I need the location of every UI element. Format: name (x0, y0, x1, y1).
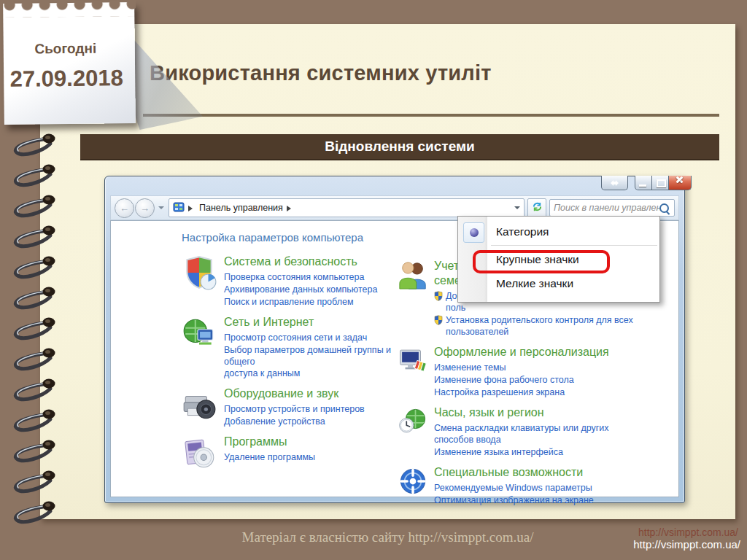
slide-title: Використання системних утиліт (150, 61, 492, 85)
category-body: Система и безопасностьПроверка состояния… (224, 254, 400, 308)
uac-shield-icon (434, 291, 443, 301)
date-value: 27.09.2018 (4, 65, 129, 93)
presentation-slide: Сьогодні 27.09.2018 Використання системн… (0, 0, 747, 560)
watermark-red: http://vsimppt.com.ua/ (638, 526, 738, 538)
footer-credit: Матеріал є власністю сайту http://vsimpp… (40, 529, 735, 545)
task-link[interactable]: Поиск и исправление проблем (224, 296, 400, 308)
task-link-label: Настройка разрешения экрана (434, 386, 565, 398)
back-button[interactable]: ← (115, 198, 134, 218)
breadcrumb-arrow-icon[interactable] (287, 206, 294, 211)
category-title-link[interactable]: Часы, язык и регион (434, 405, 651, 420)
radio-selected-icon (470, 228, 479, 237)
address-bar[interactable]: Панель управления (169, 198, 525, 217)
breadcrumb-arrow-icon[interactable] (188, 206, 196, 211)
caption-buttons (635, 176, 692, 190)
today-label: Сьогодні (4, 40, 128, 58)
security-shield-icon (180, 254, 218, 291)
resize-horizontal-button[interactable] (601, 176, 628, 190)
clock-region-icon (398, 405, 428, 438)
task-link[interactable]: Проверка состояния компьютера (224, 271, 400, 283)
task-link-label: Просмотр устройств и принтеров (224, 403, 365, 415)
control-panel-icon (173, 201, 185, 215)
task-link[interactable]: Просмотр состояния сети и задач (224, 332, 400, 343)
personalization-display-icon (398, 345, 428, 377)
section-banner: Відновлення системи (80, 134, 719, 160)
task-link-label: Просмотр состояния сети и задач (224, 332, 367, 343)
red-highlight-annotation (473, 250, 610, 273)
category-body: Часы, язык и регионСмена раскладки клави… (434, 405, 651, 459)
minimize-button[interactable] (635, 176, 652, 190)
task-link[interactable]: Добавление устройства (224, 416, 400, 427)
category-personalization-display: Оформление и персонализацияИзменение тем… (398, 345, 651, 399)
task-link[interactable]: Установка родительского контроля для все… (434, 314, 651, 338)
task-link-label: Проверка состояния компьютера (224, 271, 364, 283)
task-link[interactable]: Просмотр устройств и принтеров (224, 403, 400, 415)
task-link[interactable]: Изменение фона рабочего стола (434, 374, 651, 386)
task-link-label: Оптимизация изображения на экране (434, 494, 594, 506)
recent-pages-chevron-icon[interactable] (158, 206, 164, 212)
task-link[interactable]: Изменение языка интерфейса (434, 446, 651, 458)
refresh-button[interactable] (527, 198, 546, 217)
date-note: Сьогодні 27.09.2018 (3, 2, 136, 125)
menu-separator (491, 245, 657, 246)
uac-shield-icon (434, 315, 443, 325)
category-network-globe: Сеть и ИнтернетПросмотр состояния сети и… (180, 315, 400, 380)
user-accounts-icon (398, 259, 428, 291)
breadcrumb[interactable]: Панель управления (199, 203, 283, 213)
selected-option-box (463, 222, 484, 243)
search-placeholder: Поиск в панели управления (554, 203, 659, 213)
task-link[interactable]: Рекомендуемые Windows параметры (434, 482, 651, 494)
category-title-link[interactable]: Программы (224, 435, 400, 449)
forward-button[interactable]: → (135, 198, 155, 218)
task-link-label: Установка родительского контроля для все… (446, 314, 633, 338)
ease-of-access-icon (398, 465, 428, 497)
category-title-link[interactable]: Сеть и Интернет (224, 315, 400, 330)
task-link[interactable]: Выбор параметров домашней группы и общег… (224, 344, 400, 379)
spiral-binding (0, 125, 73, 534)
network-globe-icon (180, 315, 218, 351)
category-title-link[interactable]: Оборудование и звук (224, 386, 400, 401)
category-title-link[interactable]: Система и безопасность (224, 254, 400, 269)
minimize-icon (639, 184, 646, 187)
maximize-icon (657, 179, 666, 187)
category-hardware-printer: Оборудование и звукПросмотр устройств и … (180, 386, 400, 428)
search-icon (659, 203, 669, 213)
category-programs-box: ПрограммыУдаление программы (180, 435, 400, 471)
close-button[interactable] (669, 176, 692, 190)
site-url: http://vsimppt.com.ua/ (633, 538, 740, 551)
task-link-label: Смена раскладки клавиатуры или других сп… (434, 422, 609, 446)
task-link-label: Выбор параметров домашней группы и общег… (224, 344, 400, 379)
category-body: Сеть и ИнтернетПросмотр состояния сети и… (224, 315, 400, 380)
task-link[interactable]: Смена раскладки клавиатуры или других сп… (434, 422, 651, 446)
task-link-label: Архивирование данных компьютера (224, 284, 377, 295)
task-link-label: Добавление устройства (224, 416, 325, 427)
task-link-label: Изменение языка интерфейса (434, 446, 563, 458)
category-title-link[interactable]: Оформление и персонализация (434, 345, 651, 359)
hardware-printer-icon (180, 386, 218, 423)
content-header: Настройка параметров компьютера (182, 231, 363, 244)
address-dropdown-icon[interactable] (514, 206, 520, 212)
programs-box-icon (180, 435, 218, 471)
category-clock-region: Часы, язык и регионСмена раскладки клави… (398, 405, 651, 459)
task-link-label: Изменение фона рабочего стола (434, 374, 574, 386)
task-link[interactable]: Архивирование данных компьютера (224, 284, 400, 295)
category-security-shield: Система и безопасностьПроверка состояния… (180, 254, 400, 308)
title-divider (143, 114, 719, 117)
category-ease-of-access: Специальные возможностиРекомендуемые Win… (398, 465, 651, 507)
maximize-button[interactable] (652, 176, 669, 190)
refresh-icon (532, 201, 543, 215)
search-box[interactable]: Поиск в панели управления (549, 199, 675, 217)
category-title-link[interactable]: Специальные возможности (434, 465, 651, 480)
category-body: ПрограммыУдаление программы (224, 435, 400, 471)
category-body: Оформление и персонализацияИзменение тем… (434, 345, 651, 399)
menu-item-категория[interactable]: Категория (458, 219, 659, 244)
category-body: Оборудование и звукПросмотр устройств и … (224, 386, 400, 428)
task-link[interactable]: Удаление программы (224, 451, 400, 463)
task-link[interactable]: Настройка разрешения экрана (434, 386, 651, 398)
resize-horizontal-icon (608, 179, 621, 186)
task-link-label: Рекомендуемые Windows параметры (434, 482, 592, 494)
task-link[interactable]: Изменение темы (434, 362, 651, 373)
task-link[interactable]: Оптимизация изображения на экране (434, 494, 651, 506)
menu-item-мелкие-значки[interactable]: Мелкие значки (458, 271, 659, 295)
task-link-label: Удаление программы (224, 451, 315, 463)
